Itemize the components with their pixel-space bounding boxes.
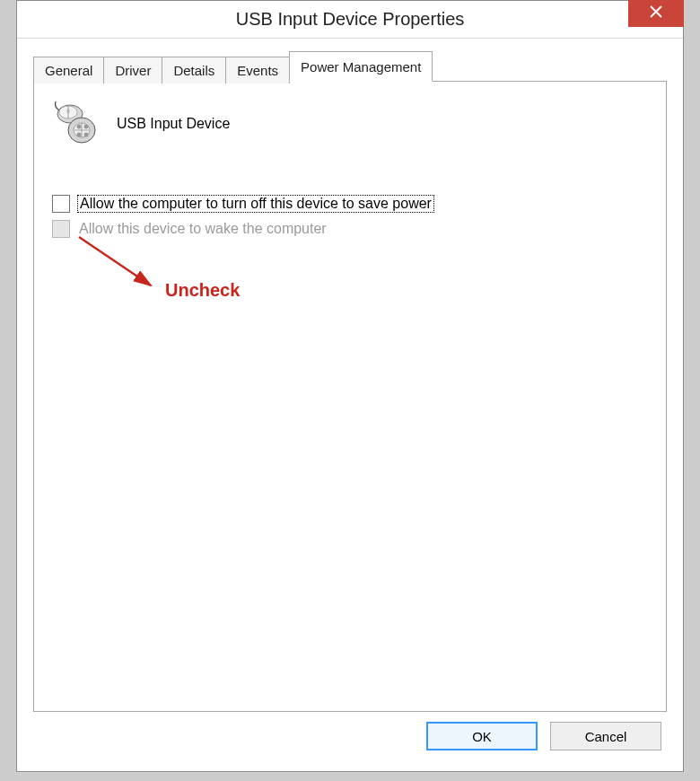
window-title: USB Input Device Properties — [236, 9, 465, 30]
annotation: Uncheck — [74, 233, 163, 308]
tab-power-management[interactable]: Power Management — [289, 51, 433, 82]
svg-line-12 — [79, 237, 151, 285]
tab-details[interactable]: Details — [162, 57, 226, 83]
cancel-button[interactable]: Cancel — [550, 722, 661, 750]
option-wake-row: Allow this device to wake the computer — [52, 220, 648, 238]
checkbox-wake — [52, 220, 70, 238]
svg-point-8 — [77, 125, 82, 129]
checkbox-turn-off[interactable] — [52, 195, 70, 213]
properties-window: USB Input Device Properties General Driv… — [16, 0, 684, 772]
close-icon — [650, 5, 662, 22]
tab-driver[interactable]: Driver — [103, 57, 162, 83]
tab-general[interactable]: General — [33, 57, 104, 83]
svg-point-10 — [77, 133, 82, 137]
checkbox-turn-off-label[interactable]: Allow the computer to turn off this devi… — [77, 195, 434, 213]
checkbox-wake-label: Allow this device to wake the computer — [77, 221, 328, 237]
device-header: USB Input Device — [52, 100, 648, 148]
annotation-text: Uncheck — [165, 280, 240, 301]
titlebar: USB Input Device Properties — [17, 1, 683, 39]
dialog-footer: OK Cancel — [33, 712, 667, 760]
option-turn-off-row: Allow the computer to turn off this devi… — [52, 195, 648, 213]
client-area: General Driver Details Events Power Mana… — [17, 39, 683, 771]
device-name: USB Input Device — [117, 116, 230, 132]
ok-button[interactable]: OK — [426, 722, 538, 750]
svg-point-9 — [84, 125, 89, 129]
svg-point-11 — [84, 133, 89, 137]
close-button[interactable] — [628, 0, 684, 27]
tabstrip: General Driver Details Events Power Mana… — [33, 53, 667, 82]
tab-content: USB Input Device Allow the computer to t… — [33, 81, 667, 712]
svg-rect-5 — [67, 109, 70, 113]
mouse-device-icon — [52, 100, 101, 148]
tab-events[interactable]: Events — [225, 57, 290, 83]
